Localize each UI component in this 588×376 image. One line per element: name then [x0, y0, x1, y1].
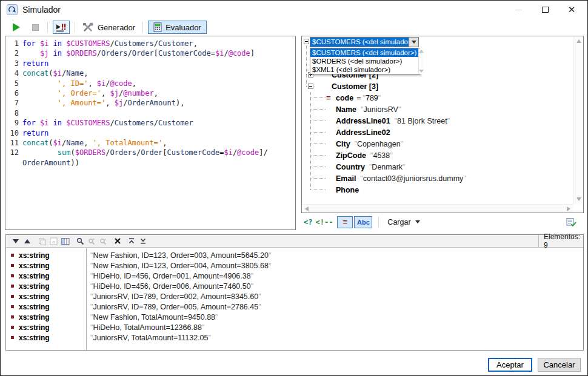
- code-token: return: [22, 59, 48, 68]
- combo-option[interactable]: $ORDERS (<del simulador>): [310, 57, 418, 65]
- code-token: Customers: [115, 39, 154, 48]
- maximize-button[interactable]: [532, 1, 558, 18]
- result-row[interactable]: xs:string"HiDeHo, TotalAmount=12366.88": [6, 322, 583, 332]
- processing-instruction-icon[interactable]: <?: [304, 218, 312, 226]
- show-attributes-toggle[interactable]: =: [337, 216, 353, 228]
- tree-row[interactable]: Email"contact03@juniorsrus.dummy": [302, 173, 573, 184]
- load-button[interactable]: Cargar: [384, 217, 423, 228]
- prev-result-button[interactable]: [21, 236, 33, 246]
- code-token: $i: [53, 138, 62, 148]
- value-text: JuniorsRV, ID=789, Order=005, Amount=278…: [93, 303, 258, 311]
- tree-row[interactable]: AddressLine01"81 Bjork Street": [302, 115, 573, 127]
- tree-node-value: "contact03@juniorsrus.dummy": [360, 174, 466, 183]
- result-bullet-icon: [11, 326, 14, 329]
- code-line: 11concat($i/Name, ', TotalAmount=',: [5, 138, 295, 148]
- tree-row[interactable]: Customer [3]: [302, 81, 573, 92]
- code-token: ,: [193, 39, 198, 48]
- generator-button[interactable]: Generador: [80, 21, 138, 34]
- code-token: [22, 148, 58, 157]
- tree-node-label: City: [336, 140, 350, 148]
- comment-icon[interactable]: <!--: [315, 218, 333, 226]
- line-number: [5, 158, 19, 168]
- value-text: HiDeHo, ID=456, Order=006, Amount=7460.5…: [93, 282, 250, 291]
- vertical-scrollbar[interactable]: [573, 36, 583, 204]
- code-token: @code: [110, 79, 132, 88]
- result-bullet-icon: [11, 305, 14, 308]
- code-token: /: [97, 48, 101, 58]
- result-row[interactable]: xs:string"JuniorsRV, ID=789, Order=002, …: [6, 291, 583, 302]
- quote-mark: ": [209, 334, 211, 342]
- result-row[interactable]: xs:string"JuniorsRV, ID=789, Order=005, …: [6, 302, 583, 312]
- find-next-button[interactable]: [86, 236, 98, 246]
- code-token: ]: [250, 48, 255, 58]
- combo-option[interactable]: $CUSTOMERS (<del simulador>): [310, 48, 418, 57]
- result-row[interactable]: xs:string"New Fashion, ID=123, Order=003…: [6, 250, 583, 260]
- title-bar: Simulador ✕: [1, 1, 587, 19]
- combo-option[interactable]: $XML1 (<del simulador>): [310, 65, 418, 74]
- show-text-toggle[interactable]: Abc: [354, 216, 372, 228]
- result-value: "JuniorsRV, TotalAmount=11132.05": [84, 334, 211, 342]
- show-columns-button[interactable]: [59, 236, 71, 246]
- clear-icon: [114, 237, 121, 245]
- combobox-arrow-button[interactable]: [409, 38, 418, 47]
- result-row[interactable]: xs:string"New Fashion, TotalAmount=9450.…: [6, 312, 583, 322]
- result-row[interactable]: xs:string"HiDeHo, ID=456, Order=001, Amo…: [6, 271, 583, 281]
- tree-row[interactable]: =code="789": [302, 92, 573, 104]
- collapse-icon[interactable]: [308, 84, 313, 89]
- find-prev-button[interactable]: [98, 236, 109, 246]
- validate-button[interactable]: [563, 216, 580, 228]
- results-panel: a Elementos: 9: [5, 234, 584, 351]
- tree-row[interactable]: City"Copenhagen": [302, 138, 573, 150]
- result-row[interactable]: xs:string"JuniorsRV, TotalAmount=11132.0…: [6, 332, 583, 343]
- code-token: in: [48, 39, 66, 48]
- tree-row[interactable]: Country"Denmark": [302, 161, 573, 173]
- code-token: /: [62, 68, 66, 78]
- variable-combobox[interactable]: $CUSTOMERS (<del simulador>): [310, 37, 419, 47]
- dropdown-scrollbar[interactable]: [418, 48, 424, 74]
- copy-line-button[interactable]: [36, 236, 48, 246]
- collapse-icon[interactable]: [304, 39, 309, 44]
- code-token: /: [105, 148, 110, 157]
- code-token: @code: [229, 48, 250, 58]
- separator: [75, 22, 75, 33]
- minimize-button[interactable]: [505, 1, 532, 18]
- column-divider[interactable]: [86, 248, 87, 350]
- step-results-toggle[interactable]: [53, 21, 70, 34]
- line-number: 1: [5, 39, 19, 48]
- tree-row[interactable]: Name"JuniorsRV": [302, 104, 573, 115]
- results-list[interactable]: xs:string"New Fashion, ID=123, Order=003…: [6, 248, 583, 350]
- result-row[interactable]: xs:string"New Fashion, ID=123, Order=004…: [6, 260, 583, 271]
- tree-row[interactable]: Phone: [302, 184, 573, 196]
- cancel-button[interactable]: Cancelar: [538, 358, 581, 372]
- copy-value-button[interactable]: a: [48, 236, 59, 246]
- quote-mark: ": [269, 251, 271, 260]
- scroll-last-button[interactable]: [137, 236, 149, 246]
- separator: [142, 22, 143, 33]
- code-token: ,: [162, 138, 167, 148]
- clear-results-button[interactable]: [112, 236, 123, 246]
- result-row[interactable]: xs:string"HiDeHo, ID=456, Order=006, Amo…: [6, 281, 583, 291]
- close-button[interactable]: ✕: [558, 1, 585, 18]
- tree-row[interactable]: ZipCode"4538": [302, 150, 573, 161]
- evaluator-button[interactable]: Evaluador: [148, 21, 207, 34]
- close-icon: ✕: [568, 5, 576, 15]
- scroll-bottom-icon: [139, 237, 147, 245]
- find-button[interactable]: [75, 236, 86, 246]
- code-token: [: [154, 48, 158, 58]
- quote-mark: ": [258, 303, 261, 311]
- stop-button[interactable]: [28, 23, 42, 32]
- result-bullet-icon: [11, 274, 14, 277]
- code-token: /: [110, 118, 115, 128]
- accept-button[interactable]: Aceptar: [488, 358, 532, 372]
- quote-mark: ": [463, 174, 466, 183]
- run-button[interactable]: [9, 22, 24, 33]
- tree-row[interactable]: AddressLine02: [302, 127, 573, 138]
- scroll-first-button[interactable]: [125, 236, 137, 246]
- next-result-button[interactable]: [10, 236, 21, 246]
- code-token: ', Amount=': [58, 98, 105, 108]
- horizontal-scrollbar[interactable]: [302, 204, 573, 213]
- svg-text:a: a: [52, 239, 55, 244]
- code-token: @code: [237, 148, 259, 157]
- tree-node-label: Customer [3]: [332, 82, 378, 91]
- xquery-editor[interactable]: 1for $i in $CUSTOMERS/Customers/Customer…: [5, 36, 296, 230]
